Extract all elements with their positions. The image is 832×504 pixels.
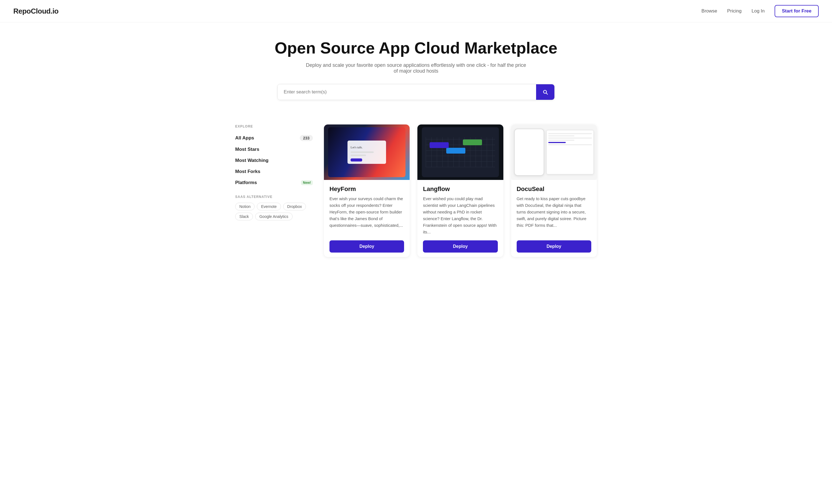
nav-browse[interactable]: Browse — [701, 8, 717, 14]
saas-tag-notion[interactable]: Notion — [235, 203, 255, 210]
saas-tag-google-analytics[interactable]: Google Analytics — [255, 213, 292, 220]
nav-login[interactable]: Log In — [752, 8, 764, 14]
sidebar-item-most-stars[interactable]: Most Stars — [235, 144, 313, 155]
card-docuseal-title: DocuSeal — [517, 185, 591, 193]
heyform-preview — [328, 127, 405, 177]
hero-title: Open Source App Cloud Marketplace — [13, 39, 819, 57]
sidebar-platforms-label: Platforms — [235, 180, 257, 185]
docuseal-doc — [546, 130, 594, 175]
card-langflow-body: Langflow Ever wished you could play mad … — [417, 180, 503, 257]
saas-tag-dropbox[interactable]: Dropbox — [283, 203, 306, 210]
deploy-langflow-button[interactable]: Deploy — [423, 240, 497, 253]
sidebar-item-most-forks[interactable]: Most Forks — [235, 166, 313, 177]
card-docuseal: DocuSeal Get ready to kiss paper cuts go… — [511, 125, 597, 257]
start-for-free-button[interactable]: Start for Free — [775, 5, 819, 17]
docuseal-phone — [514, 129, 544, 176]
sidebar-item-all-apps[interactable]: All Apps 233 — [235, 132, 313, 144]
card-heyform-body: HeyForm Ever wish your surveys could cha… — [324, 180, 410, 257]
nav-pricing[interactable]: Pricing — [727, 8, 742, 14]
logo-text: RepoCloud — [13, 7, 50, 15]
docuseal-visual — [511, 125, 597, 180]
logo[interactable]: RepoCloud.io — [13, 7, 58, 16]
docuseal-line-4 — [548, 140, 574, 141]
deploy-heyform-button[interactable]: Deploy — [330, 240, 404, 253]
saas-tag-evernote[interactable]: Evernote — [257, 203, 281, 210]
search-button[interactable] — [536, 84, 554, 100]
card-docuseal-desc: Get ready to kiss paper cuts goodbye wit… — [517, 195, 591, 235]
sidebar-all-apps-count: 233 — [300, 135, 313, 141]
card-langflow-desc: Ever wished you could play mad scientist… — [423, 195, 497, 235]
cards-grid: HeyForm Ever wish your surveys could cha… — [324, 125, 597, 257]
docuseal-line-6 — [548, 144, 592, 145]
sidebar-item-platforms[interactable]: Platforms New! — [235, 177, 313, 188]
saas-label: SAAS ALTERNATIVE — [235, 195, 313, 199]
logo-suffix: .io — [50, 7, 58, 15]
card-langflow: Langflow Ever wished you could play mad … — [417, 125, 503, 257]
sidebar: EXPLORE All Apps 233 Most Stars Most Wat… — [235, 125, 313, 257]
navbar: RepoCloud.io Browse Pricing Log In Start… — [0, 0, 832, 23]
search-icon — [542, 89, 548, 95]
card-heyform-image — [324, 125, 410, 180]
search-input[interactable] — [278, 84, 536, 100]
saas-tag-slack[interactable]: Slack — [235, 213, 253, 220]
hero-subtitle: Deploy and scale your favorite open sour… — [305, 62, 527, 74]
card-heyform-title: HeyForm — [330, 185, 404, 193]
sidebar-most-forks-label: Most Forks — [235, 169, 260, 175]
heyform-visual — [328, 127, 405, 177]
hero-section: Open Source App Cloud Marketplace Deploy… — [0, 23, 832, 125]
card-docuseal-body: DocuSeal Get ready to kiss paper cuts go… — [511, 180, 597, 257]
deploy-docuseal-button[interactable]: Deploy — [517, 240, 591, 253]
docuseal-line-3 — [548, 137, 592, 139]
main-layout: EXPLORE All Apps 233 Most Stars Most Wat… — [222, 125, 610, 274]
saas-tags: Notion Evernote Dropbox Slack Google Ana… — [235, 203, 313, 220]
card-langflow-title: Langflow — [423, 185, 497, 193]
sidebar-most-watching-label: Most Watching — [235, 158, 268, 163]
platforms-new-badge: New! — [301, 180, 313, 185]
docuseal-line-2 — [548, 135, 574, 136]
sidebar-item-most-watching[interactable]: Most Watching — [235, 155, 313, 166]
docuseal-line-1 — [548, 133, 592, 134]
card-docuseal-image — [511, 125, 597, 180]
langflow-visual — [422, 127, 499, 177]
nav-links: Browse Pricing Log In Start for Free — [701, 5, 819, 17]
card-langflow-image — [417, 125, 503, 180]
card-heyform: HeyForm Ever wish your surveys could cha… — [324, 125, 410, 257]
sidebar-most-stars-label: Most Stars — [235, 147, 259, 152]
docuseal-line-5 — [548, 142, 566, 143]
search-bar — [277, 84, 555, 100]
langflow-preview — [422, 127, 499, 177]
card-heyform-desc: Ever wish your surveys could charm the s… — [330, 195, 404, 235]
explore-label: EXPLORE — [235, 125, 313, 128]
sidebar-all-apps-label: All Apps — [235, 135, 254, 141]
